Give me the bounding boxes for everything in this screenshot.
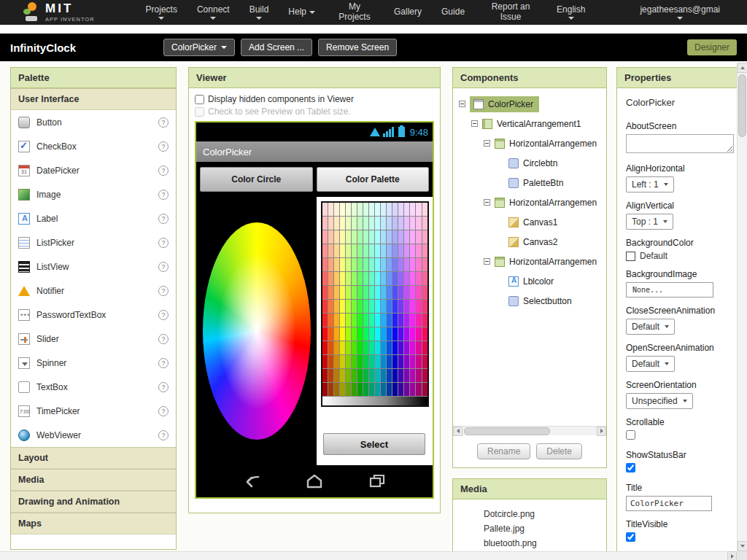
menu-connect[interactable]: Connect — [197, 5, 230, 20]
scroll-right-button[interactable] — [597, 427, 606, 436]
palette-item-checkbox[interactable]: CheckBox? — [11, 134, 176, 158]
tree-item-horizontalarrangement3[interactable]: HorizontalArrangemen — [453, 252, 606, 271]
help-icon[interactable]: ? — [158, 286, 169, 296]
menu-build[interactable]: Build — [249, 5, 269, 20]
menu-guide[interactable]: Guide — [441, 7, 465, 18]
screen-picker-button[interactable]: ColorPicker — [163, 39, 235, 56]
palette-item-textbox[interactable]: TextBox? — [11, 375, 176, 399]
help-icon[interactable]: ? — [158, 141, 169, 152]
scrollbar-thumb[interactable] — [464, 427, 550, 435]
palette-item-image[interactable]: Image? — [11, 182, 176, 206]
scrollable-checkbox[interactable] — [626, 430, 635, 440]
scroll-up-button[interactable] — [738, 63, 747, 73]
titlevisible-checkbox[interactable] — [626, 532, 635, 542]
color-circle-button[interactable]: Color Circle — [200, 167, 313, 192]
palette-item-label[interactable]: Label? — [11, 206, 176, 230]
title-input[interactable] — [626, 496, 712, 511]
menu-projects[interactable]: Projects — [146, 5, 177, 20]
backgroundcolor-value[interactable]: Default — [640, 251, 667, 261]
help-icon[interactable]: ? — [158, 358, 169, 368]
help-icon[interactable]: ? — [158, 190, 169, 200]
palette-item-listview[interactable]: ListView? — [11, 254, 176, 279]
closescreenanimation-dropdown[interactable]: Default — [626, 319, 675, 335]
alignhorizontal-dropdown[interactable]: Left : 1 — [626, 176, 674, 192]
menu-my-projects[interactable]: My Projects — [335, 2, 374, 23]
color-wheel-canvas[interactable] — [196, 197, 317, 465]
scrollbar-thumb[interactable] — [738, 74, 746, 137]
palette-item-listpicker[interactable]: ListPicker? — [11, 230, 176, 254]
collapse-icon[interactable] — [484, 140, 490, 147]
tree-item-horizontalarrangement2[interactable]: HorizontalArrangemen — [453, 192, 606, 212]
media-file-bluetooth[interactable]: bluetooth.png — [484, 536, 606, 551]
palette-section-user-interface[interactable]: User Interface — [11, 88, 176, 110]
color-swatch[interactable] — [626, 252, 635, 261]
tree-item-selectbutton[interactable]: Selectbutton — [453, 291, 606, 311]
page-vertical-scrollbar[interactable] — [737, 63, 747, 551]
components-horizontal-scrollbar[interactable] — [453, 426, 606, 435]
page-horizontal-scrollbar[interactable] — [0, 551, 737, 560]
menu-gallery[interactable]: Gallery — [394, 7, 422, 18]
help-icon[interactable]: ? — [158, 166, 169, 176]
scroll-down-button[interactable] — [738, 541, 747, 551]
backgroundimage-picker[interactable]: None... — [626, 282, 713, 298]
alignvertical-dropdown[interactable]: Top : 1 — [626, 214, 673, 230]
palette-item-button[interactable]: Button? — [11, 110, 176, 134]
tree-item-palettebtn[interactable]: PaletteBtn — [453, 173, 606, 192]
delete-button[interactable]: Delete — [536, 443, 582, 459]
help-icon[interactable]: ? — [158, 430, 169, 440]
collapse-icon[interactable] — [471, 120, 478, 127]
help-icon[interactable]: ? — [158, 238, 169, 248]
help-icon[interactable]: ? — [158, 214, 169, 224]
help-icon[interactable]: ? — [158, 262, 169, 272]
collapse-icon[interactable] — [484, 258, 490, 265]
tree-item-lblcolor[interactable]: Lblcolor — [453, 271, 606, 291]
collapse-icon[interactable] — [459, 101, 465, 107]
aboutscreen-textarea[interactable] — [626, 134, 734, 153]
project-toolbar: InfinityClock ColorPicker Add Screen ...… — [0, 34, 747, 61]
palette-item-webviewer[interactable]: WebViewer? — [11, 423, 176, 447]
palette-section-layout[interactable]: Layout — [11, 447, 176, 469]
palette-item-slider[interactable]: Slider? — [11, 327, 176, 351]
menu-account[interactable]: jegatheesans@gmai — [640, 5, 720, 20]
tree-item-circlebtn[interactable]: Circlebtn — [453, 153, 606, 173]
palette-item-notifier[interactable]: Notifier? — [11, 279, 176, 303]
scroll-right-button[interactable] — [727, 551, 737, 560]
select-button[interactable]: Select — [323, 433, 425, 455]
palette-item-timepicker[interactable]: TimePicker? — [11, 399, 176, 423]
help-icon[interactable]: ? — [158, 334, 169, 344]
remove-screen-button[interactable]: Remove Screen — [318, 39, 397, 56]
collapse-icon[interactable] — [484, 199, 490, 206]
help-icon[interactable]: ? — [158, 310, 169, 320]
tree-item-colorpicker[interactable]: ColorPicker — [453, 94, 606, 114]
help-icon[interactable]: ? — [158, 117, 169, 128]
scroll-left-button[interactable] — [453, 427, 462, 436]
showstatusbar-checkbox[interactable] — [626, 463, 635, 472]
palette-item-datepicker[interactable]: DatePicker? — [11, 158, 176, 182]
tree-item-canvas1[interactable]: Canvas1 — [453, 212, 606, 232]
menu-language[interactable]: English — [557, 5, 585, 20]
menu-report-an-issue[interactable]: Report an Issue — [484, 2, 537, 23]
media-file-dotcircle[interactable]: Dotcircle.png — [484, 507, 606, 521]
palette-section-drawing-and-animation[interactable]: Drawing and Animation — [11, 491, 176, 513]
display-hidden-components-checkbox[interactable] — [195, 95, 204, 104]
tree-item-canvas2[interactable]: Canvas2 — [453, 232, 606, 252]
app-inventor-logo[interactable]: MIT APP INVENTOR — [22, 2, 95, 23]
color-palette-canvas[interactable]: Select — [317, 197, 433, 465]
help-icon[interactable]: ? — [158, 406, 169, 416]
screenorientation-dropdown[interactable]: Unspecified — [626, 393, 693, 409]
designer-toggle-button[interactable]: Designer — [687, 39, 737, 55]
notifier-icon — [18, 286, 30, 296]
openscreenanimation-dropdown[interactable]: Default — [626, 356, 675, 372]
palette-section-media[interactable]: Media — [11, 469, 176, 491]
media-file-pallete[interactable]: Pallete.jpg — [484, 521, 606, 536]
menu-help[interactable]: Help — [288, 7, 315, 18]
rename-button[interactable]: Rename — [477, 443, 530, 459]
palette-section-maps[interactable]: Maps — [11, 513, 176, 534]
palette-item-passwordtextbox[interactable]: PasswordTextBox? — [11, 303, 176, 327]
palette-item-spinner[interactable]: Spinner? — [11, 351, 176, 375]
add-screen-button[interactable]: Add Screen ... — [241, 39, 312, 56]
tree-item-horizontalarrangement1[interactable]: HorizontalArrangemen — [453, 133, 606, 153]
help-icon[interactable]: ? — [158, 382, 169, 392]
tree-item-verticalarrangement1[interactable]: VerticalArrangement1 — [453, 114, 606, 133]
color-palette-button[interactable]: Color Palette — [317, 167, 430, 192]
